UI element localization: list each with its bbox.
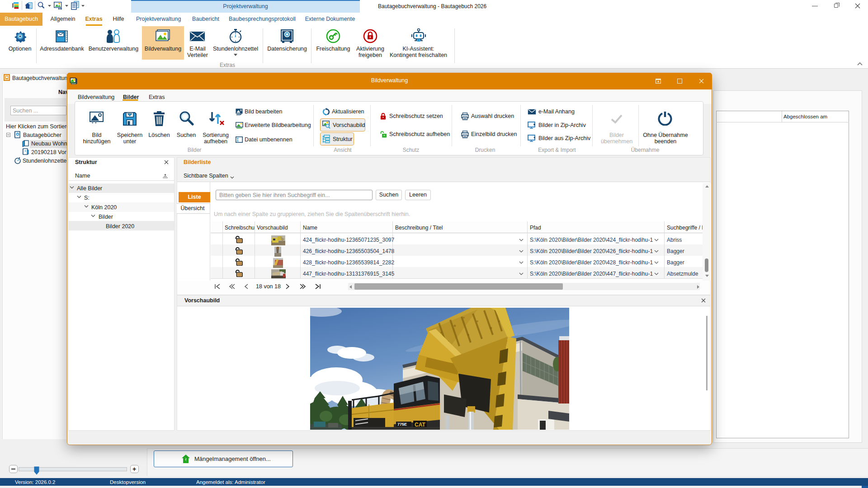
svg-text:CAT: CAT xyxy=(415,422,425,428)
svg-text:775E: 775E xyxy=(397,422,407,427)
